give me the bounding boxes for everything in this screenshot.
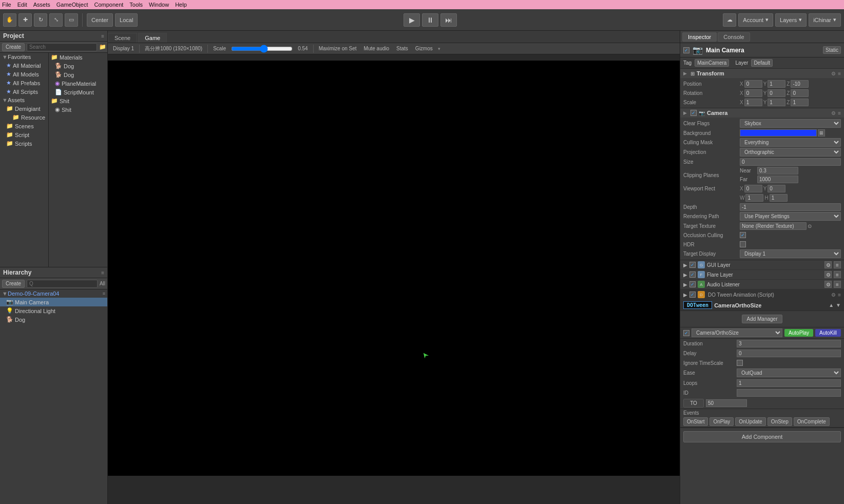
dotween-collapse[interactable]: ▶ (683, 292, 687, 298)
stats-btn[interactable]: Stats (394, 45, 410, 52)
occlusion-culling-checkbox[interactable] (740, 232, 746, 238)
resource-item[interactable]: 📁 Resource (0, 113, 48, 122)
audio-menu-btn[interactable]: ≡ (834, 281, 841, 288)
display-selector[interactable]: Display 1 (111, 45, 136, 52)
add-component-btn[interactable]: Add Component (683, 431, 841, 442)
folder-icon[interactable]: 📁 (99, 44, 106, 50)
scene-menu-icon[interactable]: ≡ (103, 291, 105, 296)
project-create-btn[interactable]: Create (2, 43, 25, 51)
rot-y-input[interactable] (768, 89, 785, 97)
oncomplete-btn[interactable]: OnComplete (794, 417, 830, 426)
pivot-btn[interactable]: Center (87, 13, 113, 27)
flare-layer-settings-btn[interactable]: ⚙ (824, 271, 832, 278)
far-input[interactable] (757, 176, 798, 183)
main-camera-item[interactable]: 📷 Main Camera (0, 298, 107, 306)
gizmos-btn[interactable]: Gizmos (413, 45, 435, 52)
layout-btn[interactable]: iChinar▾ (809, 13, 841, 27)
all-models-item[interactable]: ★ All Models (0, 70, 48, 79)
scene-root-item[interactable]: ▼ Demo-09-Camera04 ≡ (0, 289, 107, 298)
dotween-expand-btn[interactable]: ▲ (829, 302, 834, 308)
scale-x-input[interactable] (744, 99, 762, 106)
vp-x-input[interactable] (744, 185, 762, 192)
static-badge[interactable]: Static (823, 46, 841, 54)
hand-tool-btn[interactable]: ✋ (3, 13, 16, 27)
all-material-item[interactable]: ★ All Material (0, 61, 48, 70)
space-btn[interactable]: Local (115, 13, 138, 27)
menu-help[interactable]: Help (175, 2, 187, 8)
camera-settings-icon[interactable]: ⚙ (831, 110, 836, 116)
rot-x-input[interactable] (744, 89, 762, 97)
flare-layer-collapse[interactable]: ▶ (683, 272, 687, 278)
dotween-checkbox[interactable] (689, 292, 696, 298)
clear-flags-dropdown[interactable]: Skybox (740, 119, 841, 128)
audio-settings-btn[interactable]: ⚙ (824, 281, 832, 288)
onupdate-btn[interactable]: OnUpdate (735, 417, 766, 426)
materials-folder[interactable]: 📁 Materials (49, 53, 107, 62)
menu-component[interactable]: Component (94, 2, 123, 8)
culling-mask-dropdown[interactable]: Everything (740, 138, 841, 147)
gizmos-arrow[interactable]: ▾ (438, 46, 440, 51)
id-input[interactable] (737, 389, 841, 397)
scenes-item[interactable]: 📁 Scenes (0, 122, 48, 130)
menu-file[interactable]: File (2, 2, 11, 8)
object-active-checkbox[interactable] (683, 47, 689, 53)
vp-h-input[interactable] (770, 194, 788, 202)
dog-hierarchy-item[interactable]: 🐕 Dog (0, 315, 107, 324)
transform-settings-icon[interactable]: ⚙ (831, 71, 836, 76)
autoplay-btn[interactable]: AutoPlay (784, 329, 813, 337)
dog-item-1[interactable]: 🐕 Dog (49, 62, 107, 70)
scale-tool-btn[interactable]: ⤡ (49, 13, 63, 27)
scale-y-input[interactable] (768, 99, 785, 106)
duration-input[interactable] (737, 340, 841, 347)
vp-w-input[interactable] (745, 194, 763, 202)
rotate-tool-btn[interactable]: ↻ (34, 13, 47, 27)
gui-layer-menu-btn[interactable]: ≡ (834, 261, 841, 268)
transform-header[interactable]: ▶ ⊞ Transform ⚙ ≡ (680, 69, 844, 78)
vp-y-input[interactable] (768, 185, 785, 192)
audio-listener-checkbox[interactable] (689, 281, 696, 287)
gui-layer-checkbox[interactable] (689, 262, 696, 268)
menu-tools[interactable]: Tools (129, 2, 143, 8)
camera-header[interactable]: ▶ 📷 Camera ⚙ ≡ (680, 108, 844, 118)
scale-slider[interactable] (231, 46, 293, 52)
pause-btn[interactable]: ⏸ (422, 13, 438, 27)
maximize-btn[interactable]: Maximize on Set (317, 45, 359, 52)
all-scripts-item[interactable]: ★ All Scripts (0, 87, 48, 96)
hdr-checkbox[interactable] (740, 241, 746, 247)
transform-menu-icon[interactable]: ≡ (838, 71, 841, 76)
projection-dropdown[interactable]: Orthographic (740, 148, 841, 157)
pos-x-input[interactable] (744, 80, 762, 88)
gui-layer-settings-btn[interactable]: ⚙ (824, 261, 832, 268)
plane-material-item[interactable]: ◉ PlaneMaterial (49, 79, 107, 88)
color-picker-btn[interactable]: ⊞ (818, 129, 825, 137)
target-texture-pick-icon[interactable]: ⊙ (808, 223, 812, 229)
background-color-swatch[interactable] (740, 129, 817, 137)
menu-window[interactable]: Window (149, 2, 169, 8)
step-btn[interactable]: ⏭ (440, 13, 457, 27)
game-viewport[interactable] (108, 54, 680, 504)
ignore-timescale-checkbox[interactable] (737, 360, 743, 366)
project-search-input[interactable] (27, 43, 97, 51)
target-display-dropdown[interactable]: Display 1 (740, 249, 841, 258)
scale-z-input[interactable] (791, 99, 809, 106)
rect-tool-btn[interactable]: ▭ (65, 13, 78, 27)
onplay-btn[interactable]: OnPlay (709, 417, 734, 426)
dotween-prop-selector[interactable]: Camera/OrthoSize (692, 328, 782, 337)
account-btn[interactable]: Account▾ (738, 13, 773, 27)
cloud-btn[interactable]: ☁ (723, 13, 736, 27)
tab-console[interactable]: Console (718, 32, 750, 42)
gui-layer-collapse[interactable]: ▶ (683, 262, 687, 268)
loops-input[interactable] (737, 379, 841, 387)
menu-gameobject[interactable]: GameObject (56, 2, 88, 8)
shit-item[interactable]: ◉ Shit (49, 105, 107, 114)
near-input[interactable] (757, 167, 798, 175)
resolution-selector[interactable]: 高分辨1080 (1920×1080) (143, 45, 204, 53)
to-value-input[interactable] (706, 399, 747, 407)
move-tool-btn[interactable]: ✚ (18, 13, 32, 27)
shit-folder[interactable]: 📁 Shit (49, 96, 107, 105)
tag-dropdown[interactable]: MainCamera (695, 59, 729, 67)
play-btn[interactable]: ▶ (404, 13, 420, 27)
directional-light-item[interactable]: 💡 Directional Light (0, 306, 107, 315)
dog-item-2[interactable]: 🐕 Dog (49, 70, 107, 79)
all-prefabs-item[interactable]: ★ All Prefabs (0, 79, 48, 87)
